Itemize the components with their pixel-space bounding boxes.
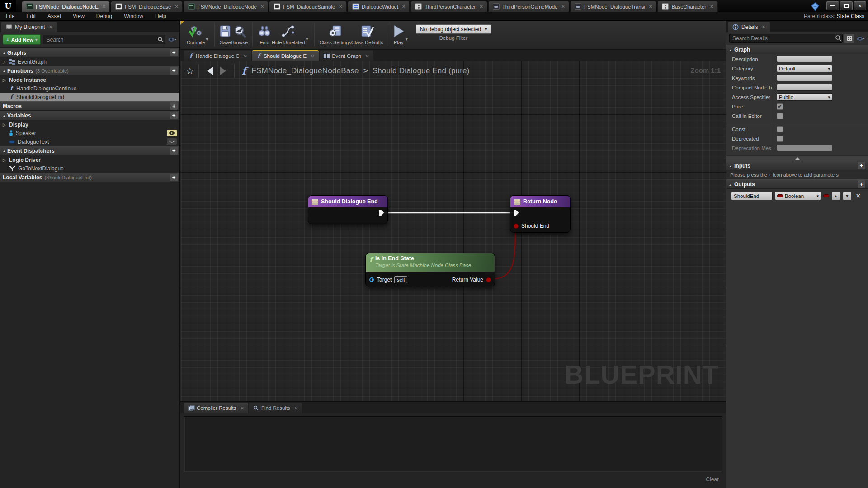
inputs-section-header[interactable]: Inputs + [726, 161, 868, 170]
local-variables-section-header[interactable]: Local Variables (ShouldDialogueEnd) + [0, 173, 179, 182]
close-button[interactable]: ✕ [854, 1, 866, 10]
parent-class-value[interactable]: State Class [837, 13, 864, 19]
marketplace-icon[interactable] [810, 2, 820, 12]
find-results-tab[interactable]: Find Results ✕ [249, 403, 302, 413]
remove-output-button[interactable]: ✕ [856, 192, 861, 199]
description-field[interactable] [777, 56, 832, 62]
self-pin-value[interactable]: self [394, 276, 407, 283]
deprecated-checkbox[interactable] [777, 136, 783, 142]
asset-tab-fsm-dialoguebase[interactable]: FSM_DialogueBase ✕ [111, 1, 183, 12]
close-icon[interactable]: ✕ [260, 4, 264, 9]
play-options-caret-icon[interactable]: ▾ [406, 37, 408, 42]
details-search-input[interactable] [729, 34, 843, 43]
asset-tab-thirdpersongamemode[interactable]: ThirdPersonGameMode ✕ [488, 1, 569, 12]
expand-arrow-icon[interactable]: ▷ [3, 60, 6, 64]
exec-input-pin[interactable] [513, 210, 519, 216]
graph-section-header[interactable]: Graph [726, 45, 868, 54]
add-macro-button[interactable]: + [170, 102, 178, 110]
compile-options-caret-icon[interactable]: ▾ [206, 37, 208, 42]
bool-input-pin[interactable] [514, 224, 519, 229]
output-type-dropdown[interactable]: Boolean ▾ [775, 192, 821, 200]
add-function-button[interactable]: + [170, 67, 178, 75]
node-return[interactable]: Return Node Should End [510, 195, 571, 233]
menu-debug[interactable]: Debug [90, 13, 118, 19]
node-is-in-end-state[interactable]: f Is in End State Target is State Machin… [365, 253, 495, 286]
tree-category-node-instance[interactable]: ▷ Node Instance [0, 75, 179, 84]
node-should-dialogue-end[interactable]: Should Dialogue End [308, 195, 388, 224]
hide-unrelated-button[interactable]: Hide Unrelated [272, 21, 305, 45]
expand-arrow-icon[interactable]: ▷ [3, 122, 6, 127]
asset-tab-fsm-dialoguesample[interactable]: FSM_DialogueSample ✕ [269, 1, 346, 12]
move-up-button[interactable]: ▲ [831, 192, 840, 200]
class-settings-button[interactable]: Class Settings [319, 21, 351, 45]
add-graph-button[interactable]: + [170, 49, 178, 56]
add-variable-button[interactable]: + [170, 112, 178, 119]
macros-section-header[interactable]: Macros + [0, 101, 179, 111]
add-output-button[interactable]: + [858, 180, 865, 188]
asset-tab-fsmnode-dialoguenode[interactable]: FSMNode_DialogueNode ✕ [184, 1, 268, 12]
doc-tab-handle-dialogue[interactable]: f Handle Dialogue C ✕ [184, 50, 251, 61]
menu-file[interactable]: File [0, 13, 20, 19]
nav-back-icon[interactable] [207, 67, 213, 75]
advanced-expander[interactable] [726, 155, 868, 161]
play-button[interactable]: Play [393, 21, 405, 45]
close-icon[interactable]: ✕ [244, 54, 247, 59]
browse-button[interactable]: Browse [231, 21, 248, 45]
tree-item-eventgraph[interactable]: ▷ EventGraph [0, 57, 179, 66]
add-local-variable-button[interactable]: + [170, 174, 178, 181]
exec-output-pin[interactable] [378, 210, 385, 216]
clear-button[interactable]: Clear [706, 476, 719, 483]
close-icon[interactable]: ✕ [365, 54, 369, 59]
close-icon[interactable]: ✕ [649, 4, 652, 9]
keywords-field[interactable] [777, 75, 832, 81]
pure-checkbox-checked[interactable]: ✔ [777, 103, 783, 110]
event-dispatchers-section-header[interactable]: Event Dispatchers + [0, 146, 179, 155]
menu-window[interactable]: Window [118, 13, 149, 19]
functions-section-header[interactable]: Functions (8 Overridable) + [0, 66, 179, 75]
class-defaults-button[interactable]: Class Defaults [351, 21, 383, 45]
add-dispatcher-button[interactable]: + [170, 147, 178, 155]
expand-arrow-icon[interactable]: ▷ [3, 78, 6, 82]
visibility-eye-off-icon[interactable] [167, 138, 177, 145]
menu-help[interactable]: Help [149, 13, 172, 19]
blueprint-graph-canvas[interactable]: ☆ f FSMNode_DialogueNodeBase > Should Di… [180, 61, 726, 401]
tree-category-display[interactable]: ▷ Display [0, 120, 179, 129]
blueprint-search-input[interactable] [43, 35, 165, 44]
asset-tab-fsmnode-dialoguetransition[interactable]: FSMNode_DialogueTransi ✕ [570, 1, 656, 12]
tree-item-dialoguetext-variable[interactable]: DialogueText [0, 137, 179, 146]
add-input-button[interactable]: + [858, 162, 865, 169]
close-icon[interactable]: ✕ [479, 4, 483, 9]
hide-unrelated-caret-icon[interactable]: ▾ [306, 37, 308, 42]
breadcrumb-current[interactable]: Should Dialogue End (pure) [373, 66, 470, 75]
call-in-editor-checkbox[interactable] [777, 113, 783, 119]
close-icon[interactable]: ✕ [311, 54, 314, 59]
doc-tab-should-dialogue-end[interactable]: f Should Dialogue E ✕ [252, 50, 319, 61]
close-icon[interactable]: ✕ [175, 4, 178, 9]
asset-tab-thirdpersoncharacter[interactable]: ThirdPersonCharacter ✕ [410, 1, 487, 12]
asset-tab-dialoguewidget[interactable]: DialogueWidget ✕ [348, 1, 410, 12]
graphs-section-header[interactable]: Graphs + [0, 48, 179, 57]
menu-view[interactable]: View [67, 13, 90, 19]
category-dropdown[interactable]: Default ▾ [777, 65, 832, 72]
menu-edit[interactable]: Edit [20, 13, 42, 19]
close-icon[interactable]: ✕ [710, 4, 713, 9]
close-icon[interactable]: ✕ [102, 4, 106, 9]
output-name-field[interactable]: ShouldEnd [731, 192, 773, 200]
compile-button[interactable]: Compile [187, 21, 205, 45]
asset-tab-basecharacter[interactable]: BaseCharacter ✕ [657, 1, 717, 12]
my-blueprint-tab[interactable]: My Blueprint ✕ [1, 22, 57, 32]
close-icon[interactable]: ✕ [49, 24, 52, 29]
nav-forward-icon[interactable] [220, 67, 226, 75]
property-matrix-button[interactable] [844, 34, 854, 43]
variables-section-header[interactable]: Variables + [0, 111, 179, 120]
restore-button[interactable] [840, 1, 853, 10]
tree-item-speaker-variable[interactable]: Speaker [0, 129, 179, 137]
access-specifier-dropdown[interactable]: Public ▾ [777, 93, 832, 101]
close-icon[interactable]: ✕ [561, 4, 565, 9]
close-icon[interactable]: ✕ [762, 24, 765, 29]
menu-asset[interactable]: Asset [42, 13, 67, 19]
minimize-button[interactable] [826, 1, 839, 10]
find-button[interactable]: Find [257, 21, 272, 45]
breadcrumb-root[interactable]: FSMNode_DialogueNodeBase [251, 66, 359, 75]
const-checkbox[interactable] [777, 126, 783, 132]
